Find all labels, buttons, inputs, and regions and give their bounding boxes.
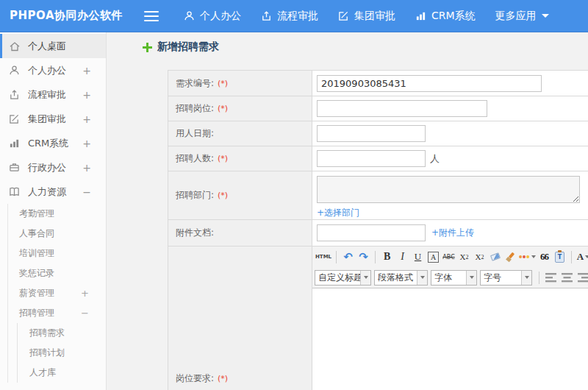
expand-plus-icon[interactable]: +	[82, 162, 91, 174]
nav-crm-system[interactable]: CRM系统	[415, 10, 476, 23]
field-label: 岗位要求:	[176, 372, 214, 385]
form-row-department: 招聘部门: (*) +选择部门	[168, 171, 588, 220]
form-row-requirements: 岗位要求: (*) HTML ↶ ↷ B I U	[168, 247, 588, 390]
workflow-icon	[9, 88, 21, 101]
eraser-icon[interactable]	[488, 249, 502, 265]
undo-icon[interactable]: ↶	[341, 249, 355, 265]
department-textarea[interactable]	[317, 176, 580, 203]
unit-suffix: 人	[430, 152, 440, 166]
sidebar-item-recruit-demand[interactable]: 招聘需求	[18, 323, 106, 343]
sidebar-item-recruit-plan[interactable]: 招聘计划	[18, 343, 106, 363]
caret-down-icon	[542, 14, 549, 18]
align-left-icon[interactable]	[545, 273, 557, 283]
page-head: 新增招聘需求	[143, 40, 219, 54]
field-label: 招聘部门:	[176, 189, 214, 202]
nav-workflow-approval[interactable]: 流程审批	[261, 10, 318, 23]
sidebar-recruit-submenu: 招聘需求 招聘计划 人才库	[17, 323, 106, 383]
menu-toggle-icon[interactable]	[144, 11, 159, 21]
font-family-select[interactable]: 字体	[431, 270, 477, 286]
subscript-button[interactable]: X2	[473, 249, 487, 265]
nav-group-approval[interactable]: 集团审批	[338, 10, 395, 23]
app-logo: PHPOA协同办公软件	[0, 9, 144, 23]
hire-date-input[interactable]	[317, 125, 426, 142]
editor-toolbar-row-2: 自定义标题 段落格式 字体	[312, 267, 588, 288]
sidebar-item-rewards[interactable]: 奖惩记录	[8, 263, 106, 283]
form-row-attachment: 附件文档: +附件上传	[168, 220, 588, 247]
sidebar-item-hr-contract[interactable]: 人事合同	[8, 224, 106, 244]
book-icon	[9, 185, 21, 198]
sidebar-item-salary[interactable]: 薪资管理 +	[8, 283, 106, 303]
caret-down-icon	[417, 271, 427, 285]
bar-chart-icon	[415, 10, 426, 21]
position-input[interactable]	[317, 100, 487, 117]
recruit-demand-form: 需求编号: (*) 招聘岗位: (*) 用人日期:	[168, 70, 588, 390]
demand-no-input[interactable]	[317, 75, 542, 92]
attachment-input[interactable]	[317, 224, 426, 241]
user-icon	[184, 10, 195, 21]
border-text-button[interactable]: A	[428, 252, 439, 263]
sidebar: 个人桌面 个人办公 + 流程审批 + 集团审批 + CRM系统 + 行政办公 +	[0, 32, 107, 390]
html-source-button[interactable]: HTML	[315, 249, 331, 265]
paste-plain-icon[interactable]: T	[553, 249, 567, 265]
bold-button[interactable]: B	[380, 249, 394, 265]
caret-down-icon	[521, 271, 531, 285]
custom-title-select[interactable]: 自定义标题	[315, 270, 371, 286]
italic-button[interactable]: I	[395, 249, 409, 265]
nav-personal-office[interactable]: 个人办公	[184, 10, 241, 23]
collapse-minus-icon[interactable]: −	[82, 186, 91, 198]
main-content: 新增招聘需求 需求编号: (*) 招聘岗位: (*)	[107, 32, 588, 390]
sidebar-item-attendance[interactable]: 考勤管理	[8, 204, 106, 224]
upload-attachment-link[interactable]: +附件上传	[431, 227, 474, 239]
emoticon-picker-icon[interactable]	[519, 249, 536, 265]
expand-plus-icon[interactable]: +	[82, 89, 91, 101]
field-label: 招聘人数:	[176, 152, 214, 165]
align-center-icon[interactable]	[562, 273, 573, 283]
caret-down-icon	[466, 271, 476, 285]
form-row-demand-no: 需求编号: (*)	[168, 71, 588, 96]
top-nav: 个人办公 流程审批 集团审批 CRM系统 更多应用	[184, 10, 569, 23]
sidebar-item-crm[interactable]: CRM系统 +	[0, 131, 106, 155]
user-icon	[9, 64, 21, 77]
nav-more-apps[interactable]: 更多应用	[495, 10, 549, 23]
expand-plus-icon[interactable]: +	[82, 113, 91, 125]
select-department-link[interactable]: +选择部门	[317, 207, 359, 219]
expand-plus-icon[interactable]: +	[82, 138, 91, 149]
headcount-input[interactable]	[317, 150, 426, 167]
home-icon	[9, 40, 21, 52]
paragraph-format-select[interactable]: 段落格式	[374, 270, 428, 286]
field-label: 需求编号:	[176, 77, 214, 90]
sidebar-item-talent-pool[interactable]: 人才库	[18, 363, 106, 383]
page-title: 新增招聘需求	[157, 40, 219, 54]
field-label: 招聘岗位:	[176, 102, 214, 115]
font-size-select[interactable]: 字号	[480, 270, 532, 286]
form-row-position: 招聘岗位: (*)	[168, 96, 588, 121]
font-color-button[interactable]: A	[576, 249, 588, 265]
sidebar-item-workflow[interactable]: 流程审批 +	[0, 82, 106, 107]
caret-down-icon	[360, 271, 370, 285]
strikethrough-button[interactable]: ABC	[442, 249, 456, 265]
required-mark: (*)	[218, 79, 228, 88]
requirements-editor-area[interactable]	[312, 288, 588, 390]
blockquote-button[interactable]: 66	[537, 249, 551, 265]
required-mark: (*)	[218, 154, 228, 163]
collapse-minus-icon[interactable]: −	[81, 308, 89, 319]
field-label: 附件文档:	[176, 227, 214, 239]
format-brush-icon[interactable]	[503, 249, 517, 265]
sidebar-item-training[interactable]: 培训管理	[8, 244, 106, 263]
sidebar-item-admin-office[interactable]: 行政办公 +	[0, 155, 106, 180]
app-window: PHPOA协同办公软件 个人办公 流程审批 集团审批 CRM系统 更多应用	[0, 0, 588, 390]
underline-button[interactable]: U	[411, 249, 425, 265]
sidebar-item-group-approval[interactable]: 集团审批 +	[0, 107, 106, 131]
sidebar-item-personal-office[interactable]: 个人办公 +	[0, 58, 106, 82]
briefcase-icon	[9, 161, 21, 174]
expand-plus-icon[interactable]: +	[81, 288, 89, 299]
expand-plus-icon[interactable]: +	[82, 65, 91, 77]
align-right-icon[interactable]	[578, 273, 588, 283]
superscript-button[interactable]: X2	[457, 249, 471, 265]
edit-icon	[9, 113, 21, 125]
sidebar-item-hr[interactable]: 人力资源 −	[0, 180, 106, 204]
sidebar-item-recruit-mgmt[interactable]: 招聘管理 −	[8, 303, 106, 323]
redo-icon[interactable]: ↷	[356, 249, 370, 265]
sidebar-item-desktop[interactable]: 个人桌面	[0, 34, 106, 58]
editor-toolbar-row-1: HTML ↶ ↷ B I U A ABC X2 X2	[312, 247, 588, 267]
